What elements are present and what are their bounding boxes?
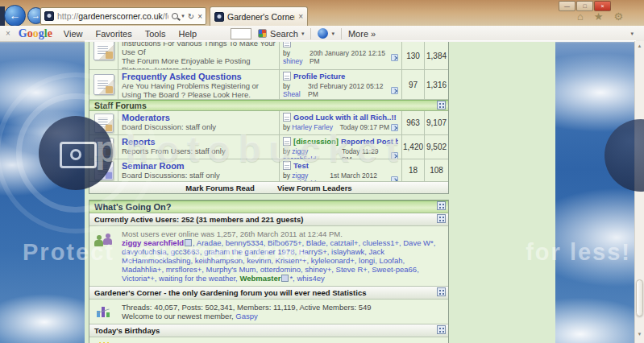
screenshot-root: — □ × ← → http://gardenerscorner.co.uk/f…: [0, 0, 644, 343]
lastpost-date: Today 09:17 PM: [340, 123, 389, 131]
lastpost-thread-link[interactable]: Good Luck with it all Rich..!!: [293, 113, 397, 122]
goto-lastpost-icon[interactable]: [391, 152, 398, 159]
tab-favicon-icon: [214, 12, 224, 22]
lastpost-date: 20th January 2012 12:15 PM: [310, 49, 389, 65]
address-bar[interactable]: http://gardenerscorner.co.uk/forum/ ▾ ↻ …: [40, 7, 206, 25]
lastpost-thread-link[interactable]: Profile Picture: [293, 72, 345, 81]
by-label: by: [283, 172, 290, 180]
by-label: by: [283, 82, 290, 90]
category-header-staff-forums[interactable]: Staff Forums: [89, 100, 448, 111]
site-favicon-icon: [44, 11, 54, 21]
active-users-cell: Most users ever online was 1,257, 26th M…: [89, 226, 448, 287]
birthdays-header: Today's Birthdays: [89, 324, 448, 337]
tab-close-icon[interactable]: ×: [298, 12, 303, 21]
menu-tools[interactable]: Tools: [145, 29, 166, 39]
views-count: 1,384: [425, 42, 448, 69]
vertical-scrollbar[interactable]: ▲ ▼: [634, 41, 644, 343]
toolbar-search-input[interactable]: [231, 28, 251, 39]
google-search-icon: [258, 29, 267, 38]
wgo-title: What's Going On?: [94, 202, 172, 212]
most-users-ever: Most users ever online was 1,257, 26th M…: [122, 229, 445, 238]
minimize-button[interactable]: —: [559, 1, 575, 11]
by-label: by: [283, 49, 290, 57]
toolbar-more-button[interactable]: More »: [348, 29, 376, 39]
goto-lastpost-icon[interactable]: [391, 54, 398, 61]
category-title: Staff Forums: [94, 101, 147, 110]
views-count: 108: [425, 159, 448, 181]
favorites-star-icon[interactable]: ★: [594, 10, 604, 23]
newest-member-link[interactable]: Gaspy: [235, 312, 257, 320]
replies-count: 130: [402, 42, 425, 69]
menu-help[interactable]: Help: [178, 29, 197, 39]
thread-icon: [283, 42, 291, 48]
lastpost-user-link[interactable]: Harley Farley: [292, 123, 333, 131]
home-icon[interactable]: ⌂: [577, 10, 584, 23]
forum-description: Board Discussions: staff only: [122, 171, 276, 180]
collapse-icon[interactable]: [437, 214, 446, 223]
toolbar-app-button[interactable]: ▾: [318, 28, 334, 39]
replies-count: 963: [402, 111, 425, 134]
scroll-up-icon[interactable]: ▲: [635, 43, 644, 48]
collapse-icon[interactable]: [437, 201, 446, 210]
forum-row-seminar-room: Seminar Room Board Discussions: staff on…: [89, 159, 448, 182]
view-forum-leaders-link[interactable]: View Forum Leaders: [277, 184, 352, 192]
lastpost-user-link[interactable]: shiney: [283, 57, 303, 65]
forum-footer-links: Mark Forums Read View Forum Leaders: [89, 182, 448, 193]
lastpost-user-link[interactable]: Sheal: [283, 90, 301, 98]
back-button[interactable]: ←: [4, 5, 26, 27]
active-users-list: ziggy searchfield, Aradae, benny5334, Bi…: [122, 238, 445, 283]
forum-row-reports: Reports Reports From Users: staff only […: [89, 135, 448, 159]
goto-lastpost-icon[interactable]: [391, 176, 398, 182]
address-dropdown-icon[interactable]: ▾: [181, 13, 185, 19]
user-status-icon: [281, 275, 289, 282]
by-label: by: [283, 147, 290, 155]
stop-icon[interactable]: ×: [197, 12, 202, 21]
statistics-header: Gardener's Corner - the only Gardening f…: [89, 287, 448, 300]
lastpost-thread-link[interactable]: Reported Post by colin2234: [341, 137, 398, 146]
toolbar-search-button[interactable]: Search ▾: [258, 29, 304, 39]
collapse-icon[interactable]: [437, 287, 446, 296]
forum-title-link[interactable]: Frequently Asked Questions: [122, 72, 276, 81]
views-count: 9,107: [425, 111, 448, 134]
forum-title-link[interactable]: Seminar Room: [122, 161, 276, 171]
welcome-label: Welcome to our newest member,: [122, 312, 234, 320]
user-link[interactable]: ziggy searchfield: [122, 238, 184, 247]
lastpost-thread-link[interactable]: Test: [293, 161, 309, 170]
replies-count: 18: [402, 159, 425, 181]
forum-icon: [94, 114, 114, 133]
tab-title: Gardener's Corner - the onl...: [227, 12, 295, 22]
app-caret-icon: ▾: [331, 31, 334, 37]
menu-toolbar: × Google View Favorites Tools Help Searc…: [0, 26, 644, 42]
by-label: by: [283, 123, 290, 131]
settings-gear-icon[interactable]: ⚙: [614, 10, 624, 23]
collapse-icon[interactable]: [437, 325, 446, 334]
toolbar-overflow-icon[interactable]: ▾: [630, 31, 638, 37]
scroll-down-icon[interactable]: ▼: [635, 332, 644, 337]
forum-title-link[interactable]: Moderators: [122, 113, 276, 122]
forum-icon: [93, 74, 114, 95]
url-text: http://gardenerscorner.co.uk/forum/: [57, 11, 168, 21]
active-users-header: Currently Active Users: 252 (31 members …: [89, 213, 448, 226]
toolbar-separator: [341, 28, 342, 39]
browser-tab[interactable]: Gardener's Corner - the onl... ×: [210, 6, 308, 26]
user-status-icon: [185, 239, 192, 246]
collapse-icon[interactable]: [437, 101, 446, 110]
thread-icon: [283, 72, 291, 81]
menu-favorites[interactable]: Favorites: [96, 29, 132, 39]
goto-lastpost-icon[interactable]: [391, 87, 398, 94]
refresh-icon[interactable]: ↻: [188, 12, 194, 21]
forum-title-link[interactable]: Reports: [122, 137, 276, 147]
goto-lastpost-icon[interactable]: [391, 124, 398, 131]
lastpost-date: Today 11:29 PM: [342, 147, 389, 159]
scrollbar-thumb[interactable]: [636, 279, 643, 316]
search-icon[interactable]: [172, 13, 178, 19]
menu-view[interactable]: View: [64, 29, 83, 39]
thread-icon: [283, 113, 291, 122]
replies-count: 1,420: [402, 135, 425, 159]
replies-count: 97: [402, 70, 425, 99]
user-link[interactable]: Webmaster: [239, 274, 280, 283]
mark-forums-read-link[interactable]: Mark Forums Read: [185, 184, 255, 192]
forum-row-moderators: Moderators Board Discussion: staff only …: [89, 111, 448, 135]
toolbar-close-icon[interactable]: ×: [6, 29, 10, 38]
forum-icon: [93, 42, 114, 60]
